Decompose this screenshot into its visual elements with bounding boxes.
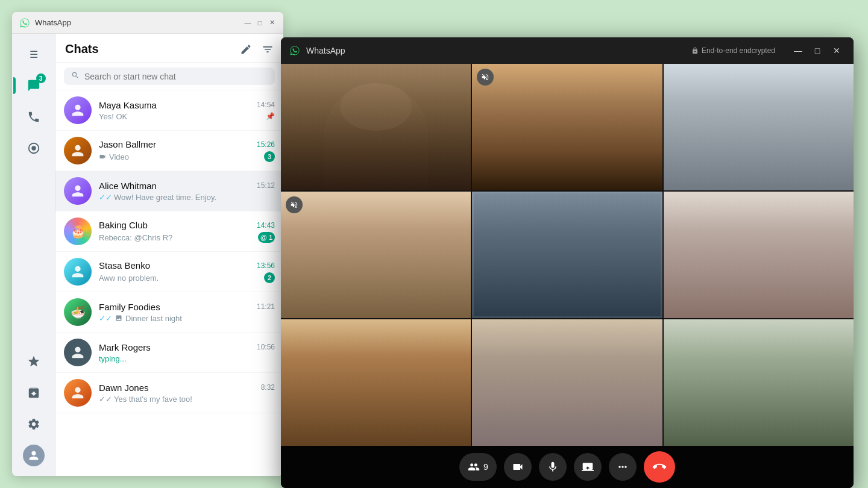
avatar-maya — [64, 96, 92, 124]
participants-count: 9 — [483, 462, 488, 472]
video-cell-4 — [281, 192, 471, 318]
video-cell-8 — [472, 319, 662, 446]
new-chat-button[interactable] — [240, 43, 252, 55]
video-cell-1 — [281, 64, 471, 190]
sidebar: ☰ 3 — [12, 34, 55, 476]
chat-time-baking: 14:43 — [257, 221, 275, 230]
chat-time-alice: 15:12 — [257, 181, 275, 190]
chat-time-stasa: 13:56 — [257, 261, 275, 270]
avatar-jason — [64, 137, 92, 164]
end-call-button[interactable] — [644, 451, 675, 483]
sidebar-item-menu[interactable]: ☰ — [20, 41, 47, 67]
video-title-bar: WhatsApp End-to-end endcrypted — □ ✕ — [281, 37, 854, 64]
video-toggle-button[interactable] — [504, 453, 532, 481]
avatar-baking: 🎂 — [64, 217, 92, 245]
chat-info-jason: Jason Ballmer 15:26 Video 3 — [99, 139, 275, 162]
avatar-family: 🍜 — [64, 298, 92, 326]
avatar-stasa — [64, 258, 92, 286]
search-input[interactable] — [84, 72, 268, 81]
chat-info-stasa: Stasa Benko 13:56 Aww no problem. 2 — [99, 260, 275, 283]
close-button[interactable]: ✕ — [268, 19, 276, 27]
sidebar-item-archived[interactable] — [20, 380, 47, 406]
video-grid — [281, 64, 854, 446]
svg-point-1 — [31, 146, 36, 150]
chat-item-baking[interactable]: 🎂 Baking Club 14:43 Rebecca: @Chris R? @… — [55, 211, 283, 252]
filter-button[interactable] — [262, 43, 274, 55]
chat-item-mark[interactable]: Mark Rogers 10:56 typing... — [55, 333, 283, 373]
chat-preview-dawn: ✓✓ Yes that's my fave too! — [99, 395, 192, 404]
chat-panel: Chats — [55, 34, 283, 476]
avatar-dawn — [64, 379, 92, 407]
chat-preview-jason: Video — [99, 152, 129, 161]
chat-name-mark: Mark Rogers — [99, 342, 151, 352]
maximize-button[interactable]: □ — [256, 19, 264, 27]
chat-item-family[interactable]: 🍜 Family Foodies 11:21 ✓✓ Dinner last ni… — [55, 292, 283, 333]
avatar-mark — [64, 339, 92, 366]
video-minimize-button[interactable]: — — [790, 42, 807, 59]
avatar-alice — [64, 177, 92, 205]
header-actions — [240, 43, 274, 55]
chat-time-family: 11:21 — [257, 302, 275, 311]
chat-time-maya: 14:54 — [257, 101, 275, 109]
chat-item-stasa[interactable]: Stasa Benko 13:56 Aww no problem. 2 — [55, 252, 283, 292]
sidebar-item-starred[interactable] — [20, 348, 47, 375]
title-bar-controls: — □ ✕ — [244, 19, 276, 27]
chat-preview-maya: Yes! OK — [99, 112, 127, 121]
chat-preview-baking: Rebecca: @Chris R? — [99, 233, 172, 242]
chat-time-mark: 10:56 — [257, 343, 275, 351]
chat-time-dawn: 8:32 — [261, 383, 275, 392]
chat-item-jason[interactable]: Jason Ballmer 15:26 Video 3 — [55, 131, 283, 171]
user-avatar[interactable] — [23, 445, 45, 466]
mic-toggle-button[interactable] — [539, 453, 567, 481]
video-cell-5 — [472, 192, 662, 318]
pin-icon-maya: 📌 — [266, 112, 275, 120]
video-maximize-button[interactable]: □ — [809, 42, 826, 59]
chat-preview-mark: typing... — [99, 354, 127, 363]
search-input-wrap — [64, 67, 275, 85]
call-controls: 9 — [281, 446, 854, 488]
chat-info-mark: Mark Rogers 10:56 typing... — [99, 342, 275, 363]
search-icon — [71, 71, 80, 81]
video-cell-2 — [472, 64, 662, 190]
chat-item-maya[interactable]: Maya Kasuma 14:54 Yes! OK 📌 — [55, 90, 283, 131]
lock-icon — [691, 47, 699, 54]
sidebar-item-settings[interactable] — [20, 411, 47, 437]
chat-badge-jason: 3 — [264, 151, 275, 162]
chat-info-baking: Baking Club 14:43 Rebecca: @Chris R? @ 1 — [99, 220, 275, 243]
chat-time-jason: 15:26 — [257, 140, 275, 149]
sidebar-item-chats[interactable]: 3 — [20, 72, 47, 99]
video-call-window: WhatsApp End-to-end endcrypted — □ ✕ — [281, 37, 854, 488]
sidebar-item-calls[interactable] — [20, 104, 47, 130]
chat-preview-stasa: Aww no problem. — [99, 274, 159, 283]
chat-badge-baking: @ 1 — [258, 232, 275, 243]
screen-share-button[interactable] — [574, 453, 602, 481]
chat-info-dawn: Dawn Jones 8:32 ✓✓ Yes that's my fave to… — [99, 383, 275, 404]
chat-item-alice[interactable]: Alice Whitman 15:12 ✓✓ Wow! Have great t… — [55, 171, 283, 211]
encryption-label: End-to-end endcrypted — [691, 46, 775, 55]
whatsapp-logo-icon — [19, 17, 30, 28]
chat-name-dawn: Dawn Jones — [99, 383, 149, 393]
chat-info-family: Family Foodies 11:21 ✓✓ Dinner last nigh… — [99, 302, 275, 323]
video-cell-6 — [664, 192, 854, 318]
search-bar — [55, 63, 283, 90]
sidebar-item-status[interactable] — [20, 135, 47, 161]
video-cell-7 — [281, 319, 471, 446]
chat-name-family: Family Foodies — [99, 302, 160, 312]
chat-name-alice: Alice Whitman — [99, 181, 157, 191]
chat-badge-stasa: 2 — [264, 272, 275, 283]
chat-panel-header: Chats — [55, 34, 283, 63]
chats-title: Chats — [65, 42, 99, 56]
mute-indicator-4 — [286, 196, 303, 213]
video-cell-9 — [664, 319, 854, 446]
chats-badge: 3 — [36, 74, 46, 83]
chat-item-dawn[interactable]: Dawn Jones 8:32 ✓✓ Yes that's my fave to… — [55, 373, 283, 413]
whatsapp-video-logo-icon — [289, 45, 300, 56]
chat-list: Maya Kasuma 14:54 Yes! OK 📌 — [55, 90, 283, 476]
chat-name-jason: Jason Ballmer — [99, 139, 156, 149]
more-options-button[interactable] — [609, 453, 637, 481]
minimize-button[interactable]: — — [244, 19, 252, 27]
video-window-title: WhatsApp — [306, 46, 685, 55]
video-close-button[interactable]: ✕ — [828, 42, 845, 59]
title-bar: WhatsApp — □ ✕ — [12, 12, 283, 34]
participants-button[interactable]: 9 — [459, 453, 497, 481]
